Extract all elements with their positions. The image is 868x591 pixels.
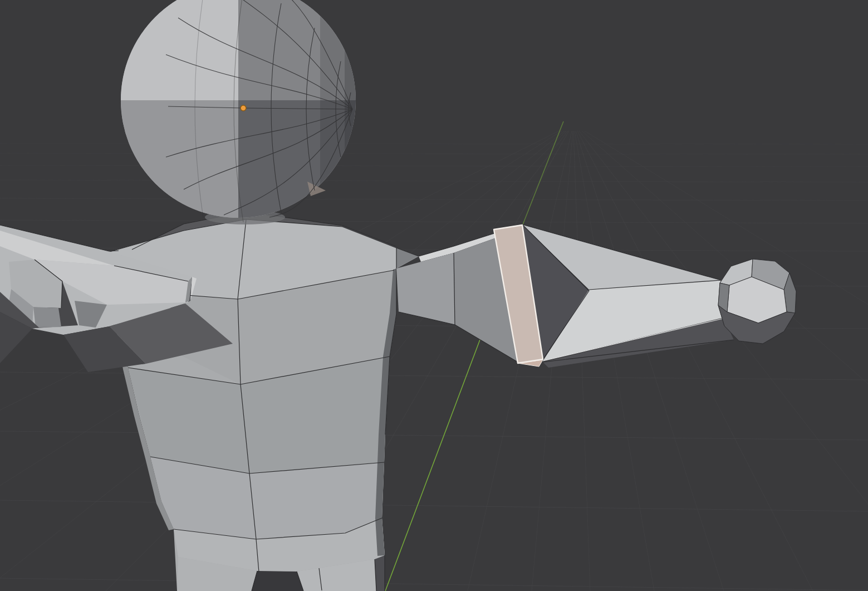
3d-viewport[interactable] <box>0 0 868 591</box>
object-origin-dot[interactable] <box>241 105 246 111</box>
right-fist[interactable] <box>718 259 796 344</box>
viewport-canvas[interactable] <box>0 0 868 591</box>
